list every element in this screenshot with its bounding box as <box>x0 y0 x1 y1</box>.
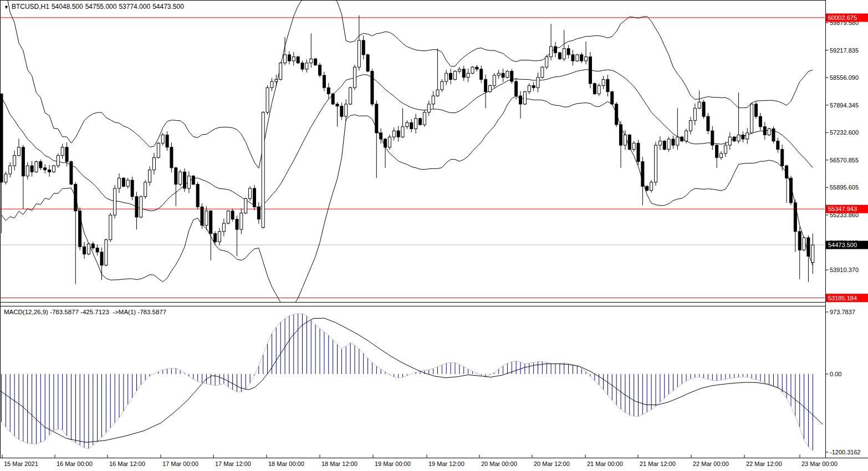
candle-body <box>371 71 374 104</box>
candle-body <box>746 133 749 139</box>
candle-body <box>484 79 487 91</box>
candle-body <box>392 131 395 137</box>
candle-body <box>528 85 530 91</box>
candle-body <box>131 180 134 197</box>
candle-body <box>532 85 535 88</box>
candle-body <box>537 78 539 88</box>
current-price-badge-text: 54473.500 <box>828 242 857 248</box>
candle-body <box>624 135 626 145</box>
candle-body <box>91 244 94 248</box>
candle-body <box>152 157 155 170</box>
candle-body <box>61 147 64 156</box>
candle-body <box>467 73 469 77</box>
candle-body <box>436 90 439 96</box>
candle-body <box>179 172 182 184</box>
candle-body <box>210 211 212 234</box>
candle-body <box>488 85 491 91</box>
time-axis-tick-label: 16 Mar 12:00 <box>109 460 145 467</box>
candle-body <box>13 156 16 166</box>
candle-body <box>450 73 452 79</box>
price-axis-tick-label: 59217.835 <box>830 47 859 54</box>
candle-body <box>397 131 400 137</box>
candle-body <box>57 156 59 166</box>
candle-body <box>310 59 313 63</box>
candle-body <box>602 79 605 85</box>
candle-body <box>362 40 365 55</box>
candle-body <box>711 131 714 145</box>
symbol-ohlc-header: ▼BTCUSD,H154048.50054755.00053774.000544… <box>4 3 186 11</box>
candle-body <box>266 88 269 112</box>
candle-body <box>545 57 548 68</box>
candle-body <box>685 131 688 141</box>
price-level-badge-text: 53185.184 <box>828 295 857 301</box>
candle-body <box>70 162 73 185</box>
candle-body <box>798 232 801 250</box>
candle-body <box>17 147 20 156</box>
candle-body <box>768 129 770 135</box>
price-axis-tick-label: 55895.605 <box>830 184 859 191</box>
candle-body <box>777 141 779 150</box>
time-axis-tick-label: 17 Mar 12:00 <box>215 460 251 467</box>
time-axis-tick-label: 19 Mar 00:00 <box>375 460 411 467</box>
candle-body <box>183 172 186 188</box>
candle-body <box>349 88 352 104</box>
macd-indicator-label: MACD(12,26,9) -783.5877 -425.7123 ->MA(1… <box>4 309 166 315</box>
candle-body <box>196 185 199 207</box>
candle-body <box>353 67 356 88</box>
candle-body <box>227 211 229 223</box>
candle-body <box>554 47 556 53</box>
candle-body <box>593 84 596 94</box>
candle-body <box>632 143 635 149</box>
candle-body <box>693 108 696 120</box>
candle-body <box>44 168 47 170</box>
candle-body <box>262 112 264 228</box>
candle-body <box>105 240 108 265</box>
time-axis-tick-label: 17 Mar 00:00 <box>162 460 198 467</box>
candle-body <box>415 119 417 129</box>
candle-body <box>663 141 666 150</box>
candle-body <box>567 49 570 55</box>
candle-body <box>620 125 622 145</box>
candle-body <box>628 135 631 149</box>
candle-body <box>676 137 679 145</box>
candle-body <box>140 197 142 217</box>
candle-body <box>380 133 382 139</box>
macd-axis-tick-label: -1200.3162 <box>830 449 861 455</box>
price-level-badge-text: 60002.675 <box>828 14 857 21</box>
symbol-dropdown-icon[interactable]: ▼ <box>4 4 9 10</box>
candle-body <box>689 121 692 131</box>
candle-body <box>249 188 252 199</box>
candle-body <box>284 55 287 63</box>
candle-body <box>510 71 513 82</box>
price-level-badge: 55347.943 <box>826 205 868 213</box>
candle-body <box>589 57 591 84</box>
candle-body <box>637 143 640 161</box>
price-and-macd-chart[interactable]: 59879.58059217.83558556.09057894.3455723… <box>0 0 868 471</box>
candle-body <box>650 182 653 191</box>
candle-body <box>789 178 792 203</box>
candle-body <box>733 137 736 141</box>
candle-body <box>26 166 29 176</box>
candle-body <box>401 127 404 137</box>
candle-body <box>462 69 465 78</box>
candle-body <box>807 238 810 256</box>
candle-body <box>157 143 160 157</box>
candle-body <box>476 67 478 69</box>
candle-body <box>763 127 766 135</box>
candle-body <box>667 139 670 150</box>
candle-body <box>502 73 504 77</box>
candle-body <box>74 185 77 211</box>
candle-body <box>375 104 378 133</box>
time-axis-tick-label: 15 Mar 2021 <box>4 460 38 467</box>
candle-body <box>297 57 299 63</box>
candle-body <box>114 188 116 215</box>
candle-body <box>166 135 169 147</box>
candle-body <box>724 145 727 153</box>
candle-body <box>563 49 565 59</box>
candle-body <box>750 104 753 133</box>
candle-body <box>292 57 295 61</box>
candle-body <box>109 215 112 240</box>
candle-body <box>257 207 260 219</box>
candle-body <box>83 247 86 254</box>
candle-body <box>192 176 195 185</box>
